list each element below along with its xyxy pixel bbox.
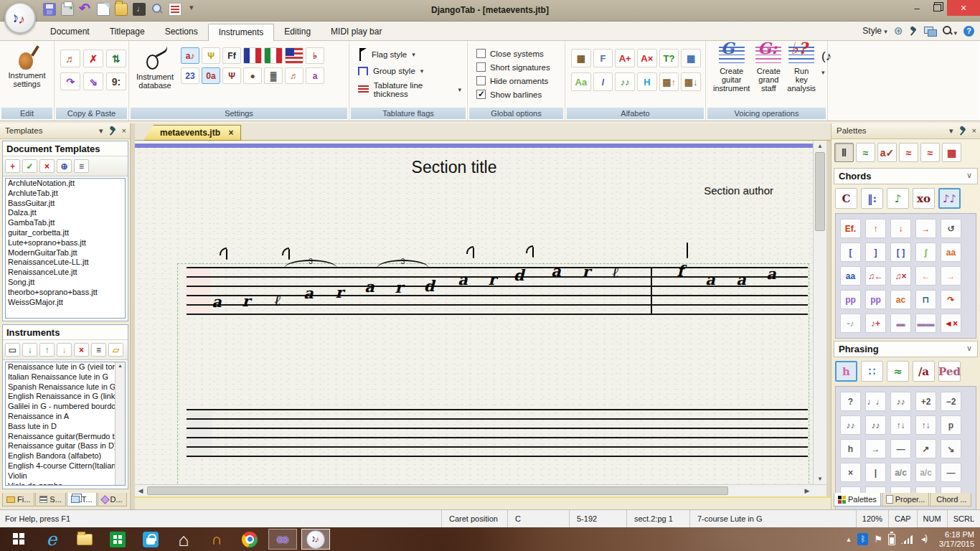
instrument-tool-icon[interactable]: ▱ (108, 343, 123, 357)
instrument-item[interactable]: English 4-course Cittern(Italian c (6, 461, 115, 471)
template-item[interactable]: RenaissanceLute.jtt (6, 268, 125, 278)
rhythm-flag-icon[interactable] (282, 248, 290, 260)
phrasing-palette-button[interactable]: ♪♪ (840, 415, 861, 435)
taskbar-button[interactable] (103, 529, 132, 550)
instrument-item[interactable]: English Renaissance in G (linke (6, 392, 115, 402)
alfabeto-icon[interactable]: ▦ (571, 49, 591, 67)
phrasing-palette-button[interactable]: −2 (941, 392, 961, 411)
chord-palette-button[interactable]: ↓ (890, 219, 911, 238)
chord-category-icon[interactable]: xo (913, 188, 935, 209)
chord-palette-button[interactable]: ] (865, 242, 886, 262)
chord-palette-button[interactable]: [ (840, 242, 861, 262)
alfabeto-icon[interactable]: ♪♪ (615, 72, 635, 91)
phrasing-palette-button[interactable]: ↑↓ (915, 415, 936, 435)
template-tool-icon[interactable]: + (5, 159, 20, 173)
tab-note[interactable]: a (766, 265, 776, 283)
instrument-item[interactable]: Violin (6, 471, 115, 481)
tab-note[interactable]: r (395, 278, 402, 296)
chord-palette-button[interactable]: ac (890, 290, 911, 309)
tab-note[interactable]: r (488, 270, 496, 288)
phrasing-palette-button[interactable]: ♩♩ (865, 392, 886, 411)
panel-close-icon[interactable]: × (122, 126, 126, 135)
tab-note[interactable]: f (677, 262, 683, 280)
instrument-tool-icon[interactable]: ↑ (39, 343, 55, 357)
palette-mode-icon[interactable]: ‖ (834, 143, 854, 162)
taskbar-button[interactable]: e (37, 529, 66, 550)
tab-note[interactable]: a (551, 262, 561, 280)
phrasing-category-icon[interactable]: ≈ (887, 361, 909, 382)
instrument-tool-icon[interactable]: ↓ (22, 343, 37, 357)
template-item[interactable]: theorbo+soprano+bass.jtt (6, 288, 125, 298)
setting-icon[interactable]: Ψ (222, 67, 241, 84)
chord-palette-button[interactable]: ↑ (865, 219, 886, 238)
template-item[interactable]: RenaissanceLute-LL.jtt (6, 258, 125, 268)
instrument-item[interactable]: Galilei in G - numbered bourdon (6, 402, 115, 412)
template-item[interactable]: Song.jtt (6, 278, 125, 288)
template-item[interactable]: Dalza.jtt (6, 208, 125, 218)
minimize-button[interactable]: – (907, 0, 927, 16)
palette-mode-icon[interactable]: a✓ (877, 143, 897, 162)
pin-icon[interactable] (958, 126, 967, 136)
instrument-item[interactable]: Renaissance lute in G (vieil ton) (6, 362, 115, 372)
alfabeto-icon[interactable]: F (593, 49, 613, 67)
panel-tab[interactable]: Proper... (882, 493, 930, 507)
alfabeto-icon[interactable]: ▦↑ (659, 72, 679, 91)
panel-menu-icon[interactable]: ▾ (99, 126, 103, 136)
tab-note[interactable]: a (736, 270, 746, 288)
chord-palette-button[interactable]: ♫× (890, 266, 911, 286)
copy-paste-icon[interactable]: ✗ (83, 50, 103, 67)
chord-palette-button[interactable]: Ef. (840, 219, 861, 238)
list-scrollbar[interactable] (115, 362, 125, 485)
ribbon-tab[interactable]: Sections (155, 24, 208, 41)
chord-palette-button[interactable]: ♫← (865, 266, 886, 286)
chord-palette-button[interactable]: ▬ (890, 314, 911, 333)
setting-icon[interactable]: ♭ (306, 47, 324, 64)
setting-icon[interactable]: 23 (181, 67, 199, 84)
tab-note[interactable]: a (364, 278, 374, 296)
phrasing-palette-button[interactable]: ? (840, 392, 861, 411)
tab-note[interactable]: a (212, 293, 222, 311)
chord-palette-button[interactable]: pp (840, 290, 861, 309)
chord-palette-button[interactable]: ↺ (941, 219, 961, 238)
global-option-checkbox[interactable]: Close systems (476, 49, 559, 58)
line-thickness-menu[interactable]: Tablature line thickness▾ (358, 81, 461, 98)
tab-note[interactable]: a (458, 270, 468, 288)
alfabeto-icon[interactable]: A+ (615, 49, 635, 67)
network-signal-icon[interactable] (901, 534, 913, 544)
template-tool-icon[interactable]: ⊕ (57, 159, 72, 173)
copy-paste-icon[interactable]: ♬ (60, 50, 80, 67)
phrasing-category-icon[interactable]: /a (913, 361, 935, 382)
gear-icon[interactable]: ⊛ (894, 24, 903, 37)
tab-note[interactable]: r (335, 283, 343, 301)
phrasing-palette-button[interactable]: → (865, 439, 886, 458)
tab-note[interactable]: d (424, 277, 435, 295)
chord-palette-button[interactable]: aa (840, 266, 861, 286)
copy-paste-icon[interactable]: ↷ (60, 72, 80, 90)
section-title[interactable]: Section title (135, 158, 773, 177)
tab-note[interactable]: r (582, 263, 590, 281)
tab-note[interactable]: ℓ (275, 291, 281, 310)
alfabeto-icon[interactable]: H (637, 72, 657, 91)
chord-category-icon[interactable]: ♪♪ (938, 188, 961, 209)
ribbon-tab[interactable]: Document (40, 24, 100, 41)
copy-paste-icon[interactable]: ⇅ (106, 50, 126, 67)
taskbar-button[interactable]: ⌂ (169, 529, 198, 550)
panel-tab[interactable]: Chord ... (930, 493, 971, 507)
pin-icon[interactable] (108, 126, 117, 136)
chord-category-icon[interactable]: ‖: (861, 188, 883, 209)
phrasing-palette-button[interactable]: — (890, 439, 911, 458)
chord-category-icon[interactable]: ♪ (887, 188, 909, 209)
tab-close-icon[interactable]: × (228, 128, 233, 138)
clock[interactable]: 6:18 PM 3/17/2015 (939, 530, 974, 549)
volume-icon[interactable] (919, 534, 930, 545)
taskbar-button[interactable]: ∞ (268, 529, 297, 550)
palette-mode-icon[interactable]: ▦ (942, 143, 961, 162)
phrasing-palette-button[interactable]: +2 (915, 392, 936, 411)
instrument-item[interactable]: Renaissance guitar(Bermudo tu (6, 432, 115, 442)
panel-tab[interactable]: S... (35, 493, 66, 507)
taskbar-button[interactable] (301, 529, 330, 550)
palette-mode-icon[interactable]: ≈ (856, 143, 875, 162)
maximize-button[interactable] (927, 0, 947, 16)
template-item[interactable]: guitar_corbetta.jtt (6, 228, 125, 238)
instrument-settings-button[interactable]: Instrument settings (0, 41, 54, 88)
